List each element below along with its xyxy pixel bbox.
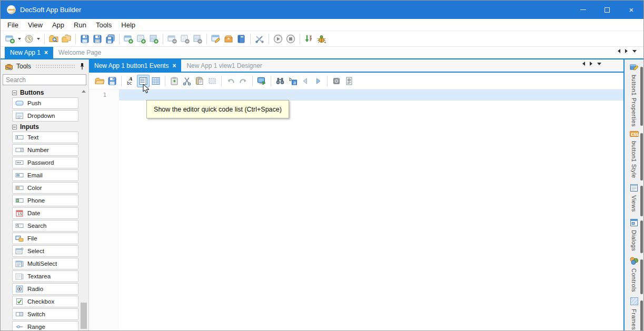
copy-button[interactable] (193, 75, 206, 87)
scrollbar-thumb[interactable] (81, 303, 87, 329)
undo-button[interactable] (224, 75, 237, 87)
menu-run[interactable]: Run (69, 20, 91, 30)
close-button[interactable]: × (619, 1, 643, 19)
help-book-button[interactable] (235, 33, 247, 45)
editor-tooltip: Show the editor quick code list (Ctrl+Sp… (146, 100, 289, 118)
tool-item-radio[interactable]: Radio (12, 283, 78, 295)
tool-item-push[interactable]: Push (12, 97, 78, 109)
stop-app-button[interactable] (284, 33, 297, 45)
tool-item-switch[interactable]: Switch (12, 308, 78, 320)
radio-input-icon (15, 285, 24, 293)
tab-close-icon[interactable]: × (44, 49, 48, 56)
designer-button[interactable] (210, 33, 222, 45)
menu-help[interactable]: Help (116, 20, 140, 30)
paste-special-button[interactable] (168, 75, 181, 87)
editor-font-button[interactable]: Abc (124, 75, 137, 87)
tool-item-email[interactable]: Email (12, 169, 78, 181)
maximize-button[interactable] (595, 1, 619, 19)
password-input-icon (15, 158, 24, 167)
open-app-folder-button[interactable] (60, 33, 73, 45)
line-number: 1 (89, 89, 119, 101)
tools-section-inputs[interactable]: Inputs (12, 123, 88, 131)
export-disk-button[interactable] (330, 75, 343, 87)
tools-section-buttons[interactable]: Buttons (12, 88, 88, 97)
tab-list-dropdown-icon[interactable] (597, 63, 601, 65)
pin-panel-button[interactable] (79, 63, 85, 70)
options-button[interactable] (253, 33, 266, 45)
remove-view-button[interactable] (166, 33, 179, 45)
menu-view[interactable]: View (23, 20, 47, 30)
tab-button1-events[interactable]: New App 1 button1 Events × (89, 59, 181, 72)
tool-item-date[interactable]: 15Date (12, 207, 78, 219)
properties-icon (630, 63, 639, 72)
dock-bar-indicator (640, 186, 643, 216)
tool-item-color[interactable]: Color (12, 182, 78, 194)
find-next-button[interactable] (312, 75, 324, 87)
tools-search-input[interactable] (3, 74, 86, 85)
editor-open-button[interactable] (93, 75, 106, 87)
remove-frame-button[interactable] (191, 33, 204, 45)
add-view-button[interactable] (122, 33, 135, 45)
debug-app-button[interactable] (315, 33, 328, 45)
tool-item-dropdown[interactable]: Dropdown (12, 110, 78, 122)
select-all-button[interactable] (206, 75, 219, 87)
tab-welcome-page[interactable]: Welcome Page (53, 47, 106, 58)
replace-button[interactable]: ba (286, 75, 299, 87)
tab-close-icon[interactable]: × (172, 63, 176, 69)
code-editor[interactable]: 1 (89, 89, 623, 331)
find-previous-icon (300, 76, 311, 86)
find-button[interactable] (274, 75, 286, 87)
menu-app[interactable]: App (47, 20, 69, 30)
save-file-button[interactable] (78, 33, 91, 45)
scroll-up-icon[interactable] (82, 90, 86, 93)
save-all-button[interactable] (104, 33, 116, 45)
scroll-tabs-right-icon[interactable] (590, 62, 592, 66)
add-frame-button[interactable] (147, 33, 160, 45)
search-in-folder-icon (48, 34, 59, 44)
run-app-button[interactable] (272, 33, 284, 45)
tool-item-select[interactable]: Select (12, 245, 78, 257)
tool-item-text[interactable]: Text (12, 132, 78, 143)
recent-apps-dropdown-caret[interactable] (37, 38, 40, 40)
add-dialog-button[interactable] (135, 33, 147, 45)
collapse-icon[interactable] (12, 91, 17, 95)
tool-item-password[interactable]: Password (12, 157, 78, 168)
tool-item-range[interactable]: Range (12, 321, 78, 331)
tool-item-checkbox[interactable]: Checkbox (12, 296, 78, 307)
recent-apps-button[interactable] (23, 33, 35, 45)
search-app-files-button[interactable] (47, 33, 60, 45)
code-templates-button[interactable] (150, 75, 162, 87)
menu-tools[interactable]: Tools (91, 20, 116, 30)
compile-app-button[interactable] (303, 33, 315, 45)
redo-button[interactable] (237, 75, 250, 87)
tool-item-multiselect[interactable]: MultiSelect (12, 258, 78, 269)
tool-item-phone[interactable]: Phone (12, 195, 78, 206)
collapse-icon[interactable] (12, 125, 17, 129)
tab-view1-designer[interactable]: New App 1 view1 Designer (181, 59, 267, 72)
close-icon: × (629, 6, 634, 14)
editor-toolbar: Abc ba (89, 73, 623, 89)
tools-scrollbar[interactable] (80, 88, 87, 331)
cut-button[interactable] (181, 75, 193, 87)
new-app-dropdown-caret[interactable] (18, 38, 21, 40)
new-app-button[interactable] (4, 33, 16, 45)
save-app-button[interactable] (91, 33, 104, 45)
editor-save-button[interactable] (106, 75, 118, 87)
menu-file[interactable]: File (3, 20, 23, 30)
deploy-package-button[interactable] (222, 33, 235, 45)
tab-new-app-1[interactable]: New App 1 × (5, 47, 53, 58)
tool-item-textarea[interactable]: Textarea (12, 270, 78, 282)
tool-item-file[interactable]: File (12, 233, 78, 244)
find-previous-button[interactable] (299, 75, 312, 87)
scroll-tabs-left-icon[interactable] (582, 62, 585, 66)
export-report-button[interactable] (343, 75, 355, 87)
minimize-button[interactable] (571, 1, 595, 19)
tab-list-dropdown-icon[interactable] (632, 50, 637, 53)
apply-code-button[interactable] (255, 75, 268, 87)
scroll-tabs-right-icon[interactable] (625, 49, 628, 53)
tool-item-search[interactable]: Search (12, 220, 78, 232)
remove-dialog-button[interactable] (179, 33, 191, 45)
right-dock-bar: button1 Properties CSS button1 Style Vie… (623, 59, 643, 331)
tool-item-number[interactable]: Number (12, 144, 78, 156)
scroll-tabs-left-icon[interactable] (618, 49, 620, 53)
